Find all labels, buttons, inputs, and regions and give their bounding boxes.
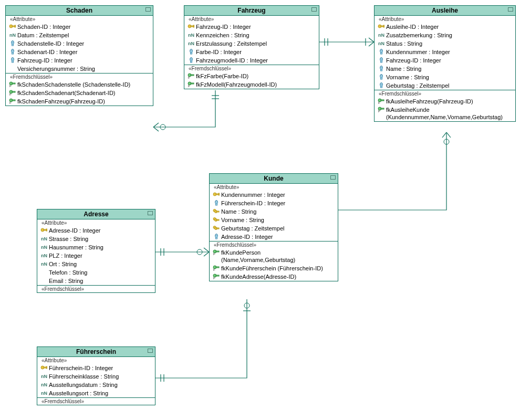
attribute-text: Name : String [386,65,513,72]
attribute-text: Führerscheinklasse : String [49,373,153,380]
svg-rect-76 [381,78,382,79]
svg-point-69 [381,58,382,59]
svg-rect-37 [12,61,14,62]
entity-title: Adresse [37,209,155,219]
attribute-row: nNStrasse : String [37,235,155,243]
svg-rect-118 [46,366,47,369]
svg-point-54 [191,58,192,59]
svg-rect-28 [15,25,16,27]
svg-point-78 [381,83,382,85]
entity-title: Schaden [6,6,153,16]
attribute-row: FfkKundePerson (Name,Vorname,Geburtstag) [210,248,338,264]
attribute-row: Fahrzeug-ID : Integer [184,23,319,31]
fkref-icon: F [186,81,196,87]
attribute-text: fkSchadenFahrzeug(Fahrzeug-ID) [17,98,151,105]
attribute-text: Status : String [386,40,513,47]
attribute-row: Fahrzeugmodell-ID : Integer [184,56,319,65]
attribute-row: Führerschein-ID : Integer [210,199,338,207]
attribute-row: Geburtstag : Zeitstempel [210,224,338,233]
title-text: Kunde [264,175,283,182]
svg-line-11 [442,132,446,138]
fk-icon [377,74,386,80]
fk-icon [186,48,196,55]
svg-rect-115 [46,229,47,231]
svg-rect-34 [12,52,14,54]
attribute-row: Versicherungsnummer : String [6,65,153,73]
attribute-row: nNKennzeichen : String [184,31,319,39]
svg-rect-79 [381,86,382,88]
attribute-text: Vorname : String [386,74,513,81]
attribute-text: Ausstellungsdatum : String [49,381,153,388]
stereotype-attribute: «Attribute» [184,16,319,23]
attribute-text: Führerschein-ID : Integer [49,364,153,372]
attribute-text: Fahrzeug-ID : Integer [386,57,513,64]
svg-point-36 [12,58,14,59]
attribute-row: Fahrzeug-ID : Integer [375,56,515,65]
title-text: Schaden [66,7,92,14]
nn-icon: nN [39,260,49,268]
fkref-icon: F [8,89,17,96]
svg-text:F: F [9,85,12,87]
svg-point-72 [381,66,382,68]
attribute-row: FfkAusleiheKunde (Kundennummer,Name,Vorn… [375,106,515,121]
attribute-text: fkFzModell(Fahrzeugmodell-ID) [196,81,317,88]
attribute-row: Vorname : String [210,216,338,224]
stereotype-attribute: «Attribute» [375,16,515,23]
svg-rect-39 [12,83,15,84]
pk-icon [39,364,49,371]
attribute-row: Führerschein-ID : Integer [37,364,155,372]
stereotype-fk: «Fremdschlüssel» [210,241,338,248]
tab-icon [145,7,151,12]
attribute-text: PLZ : Integer [49,252,153,259]
attribute-row: FfkFzModell(Fahrzeugmodell-ID) [184,80,319,89]
attribute-text: Adresse-ID : Integer [49,227,153,234]
entity-schaden: Schaden «Attribute» Schaden-ID : Integer… [5,5,153,106]
attribute-text: Kundennummer : Integer [221,191,336,198]
tab-icon [508,7,513,12]
pk-icon [8,23,17,29]
svg-rect-88 [219,193,220,195]
fk-icon [8,48,17,55]
attribute-row: nNErstzulassung : Zeitstempel [184,39,319,48]
attribute-text: fkKundePerson (Name,Vorname,Geburtstag) [221,249,336,264]
stereotype-attribute: «Attribute» [37,357,155,364]
svg-line-0 [153,123,159,127]
stereotype-fk: «Fremdschlüssel» [37,285,155,292]
attribute-row: FfkSchadenSchadenstelle (Schadenstelle-I… [6,80,153,89]
svg-point-102 [216,234,217,236]
svg-rect-60 [191,83,194,84]
fkref-icon: F [377,98,386,104]
entity-title: Führerschein [37,347,155,357]
svg-point-33 [12,49,14,51]
svg-rect-73 [381,69,382,71]
attribute-row: Ausleihe-ID : Integer [375,23,515,31]
attribute-text: fkAusleiheKunde (Kundennummer,Name,Vorna… [386,106,513,121]
svg-rect-111 [216,275,219,276]
svg-rect-64 [383,25,384,27]
fkref-icon: F [377,106,386,112]
attribute-row: nNAusstellungsdatum : String [37,381,155,389]
attribute-text: Geburtstag : Zeitstempel [386,82,513,89]
entity-adresse: Adresse «Attribute» Adresse-ID : Integer… [37,209,155,293]
attribute-text: fkSchadenSchadenstelle (Schadenstelle-ID… [17,81,151,88]
attribute-row: nNPLZ : Integer [37,251,155,260]
svg-text:F: F [213,253,215,255]
fk-icon [8,40,17,46]
svg-rect-52 [191,52,192,54]
attribute-text: fkKundeFührerschein (Führerschein-ID) [221,265,336,272]
fkref-icon: F [212,273,221,279]
svg-rect-103 [216,237,217,239]
stereotype-fk: «Fremdschlüssel» [184,65,319,72]
fk-icon [212,233,221,239]
entity-title: Kunde [210,174,338,184]
attribute-text: Farbe-ID : Integer [196,48,317,56]
svg-text:F: F [188,76,190,79]
stereotype-attribute: «Attribute» [37,219,155,226]
stereotype-fk: «Fremdschlüssel» [6,73,153,80]
attribute-text: Datum : Zeitstempel [17,32,151,39]
fkref-icon: F [212,249,221,255]
svg-point-21 [197,249,202,255]
svg-point-51 [191,49,192,51]
nn-icon: nN [39,390,49,397]
svg-point-2 [160,124,165,130]
